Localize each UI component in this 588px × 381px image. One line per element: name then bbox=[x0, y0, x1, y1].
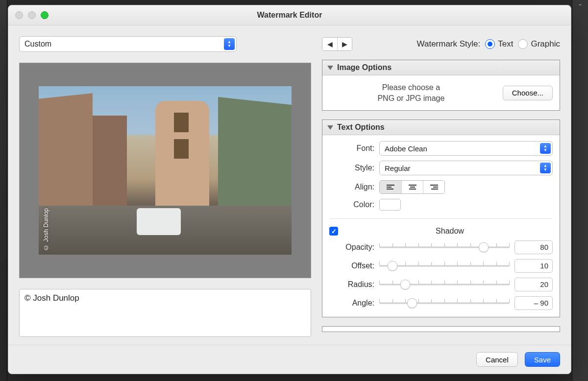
close-window-button[interactable] bbox=[15, 11, 23, 19]
select-stepper-icon: ▲▼ bbox=[224, 38, 235, 50]
preview-nav-segment: ◀ ▶ bbox=[322, 37, 352, 51]
align-left-icon bbox=[387, 185, 394, 190]
image-options-message: Please choose a PNG or JPG image bbox=[329, 82, 493, 103]
select-stepper-icon: ▲▼ bbox=[540, 163, 551, 173]
offset-slider[interactable] bbox=[379, 261, 510, 271]
font-select-value: Adobe Clean bbox=[385, 144, 427, 153]
disclosure-triangle-icon bbox=[327, 66, 333, 70]
align-right-button[interactable] bbox=[423, 181, 444, 193]
angle-slider[interactable] bbox=[379, 298, 510, 309]
radius-slider[interactable] bbox=[379, 279, 510, 290]
background-left-strip bbox=[0, 0, 7, 381]
text-options-header[interactable]: Text Options bbox=[322, 120, 560, 135]
opacity-value[interactable]: 80 bbox=[514, 240, 553, 254]
font-select[interactable]: Adobe Clean ▲▼ bbox=[379, 141, 553, 156]
preview-next-button[interactable]: ▶ bbox=[337, 38, 352, 50]
angle-value[interactable]: – 90 bbox=[514, 296, 553, 310]
chevron-up-icon: ⌃ bbox=[578, 3, 583, 10]
style-text-radio-label: Text bbox=[498, 39, 513, 49]
preset-select-value: Custom bbox=[24, 40, 51, 48]
preset-select[interactable]: Custom ▲▼ bbox=[19, 36, 237, 52]
text-color-well[interactable] bbox=[379, 199, 401, 211]
color-label: Color: bbox=[329, 200, 374, 209]
align-label: Align: bbox=[329, 183, 374, 191]
select-stepper-icon: ▲▼ bbox=[540, 143, 551, 154]
radius-label: Radius: bbox=[329, 280, 374, 289]
style-text-radio[interactable]: Text bbox=[485, 39, 513, 49]
watermark-style-label: Watermark Style: bbox=[417, 39, 481, 49]
preview-watermark-text: © Josh Dunlop bbox=[43, 208, 49, 251]
separator bbox=[329, 218, 553, 219]
disclosure-triangle-icon bbox=[327, 125, 333, 130]
watermark-text-input[interactable]: © Josh Dunlop bbox=[19, 289, 311, 337]
text-options-title: Text Options bbox=[337, 123, 385, 132]
choose-image-button[interactable]: Choose... bbox=[503, 86, 553, 100]
cancel-button[interactable]: Cancel bbox=[476, 352, 518, 367]
font-style-select[interactable]: Regular ▲▼ bbox=[379, 161, 553, 175]
image-options-header[interactable]: Image Options bbox=[322, 60, 560, 75]
offset-value[interactable]: 10 bbox=[514, 259, 553, 273]
text-options-panel: Text Options Font: Adobe Clean ▲▼ Style:… bbox=[322, 119, 560, 317]
radio-checked-icon bbox=[485, 39, 495, 49]
window-traffic-lights bbox=[8, 11, 49, 19]
image-options-panel: Image Options Please choose a PNG or JPG… bbox=[322, 60, 560, 111]
dialog-footer: Cancel Save bbox=[8, 345, 571, 374]
style-graphic-radio[interactable]: Graphic bbox=[518, 39, 560, 49]
preview-photo: © Josh Dunlop bbox=[39, 86, 292, 255]
align-left-button[interactable] bbox=[380, 181, 401, 193]
watermark-editor-sheet: Watermark Editor Custom ▲▼ bbox=[8, 5, 571, 374]
window-title: Watermark Editor bbox=[8, 11, 571, 20]
align-center-button[interactable] bbox=[401, 181, 423, 193]
font-label: Font: bbox=[329, 144, 374, 153]
save-button[interactable]: Save bbox=[525, 352, 560, 367]
image-options-title: Image Options bbox=[337, 63, 392, 72]
shadow-checkbox[interactable]: ✓ bbox=[329, 227, 338, 236]
watermark-style-group: Watermark Style: Text Graphic bbox=[417, 39, 560, 49]
offset-label: Offset: bbox=[329, 262, 374, 270]
zoom-window-button[interactable] bbox=[41, 11, 49, 19]
align-center-icon bbox=[409, 185, 416, 190]
align-segment bbox=[379, 180, 445, 194]
opacity-label: Opacity: bbox=[329, 243, 374, 252]
watermark-text-value: © Josh Dunlop bbox=[24, 293, 79, 303]
triangle-right-icon: ▶ bbox=[342, 40, 347, 48]
collapsed-panel-strip[interactable] bbox=[322, 326, 560, 332]
font-style-label: Style: bbox=[329, 164, 374, 172]
opacity-slider[interactable] bbox=[379, 242, 510, 253]
minimize-window-button[interactable] bbox=[28, 11, 36, 19]
triangle-left-icon: ◀ bbox=[327, 40, 333, 48]
shadow-label: Shadow bbox=[347, 227, 553, 236]
style-graphic-radio-label: Graphic bbox=[531, 39, 560, 49]
titlebar: Watermark Editor bbox=[8, 5, 571, 25]
angle-label: Angle: bbox=[329, 299, 374, 308]
radius-value[interactable]: 20 bbox=[514, 278, 553, 291]
radio-unchecked-icon bbox=[518, 39, 528, 49]
font-style-value: Regular bbox=[385, 164, 411, 172]
preview-prev-button[interactable]: ◀ bbox=[322, 38, 337, 50]
background-right-strip: ⌃ bbox=[572, 0, 588, 381]
watermark-preview: © Josh Dunlop bbox=[19, 63, 311, 278]
align-right-icon bbox=[430, 185, 438, 190]
